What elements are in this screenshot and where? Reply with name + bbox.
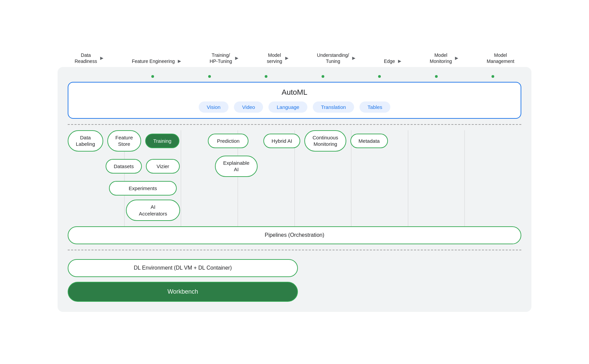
pill-training[interactable]: Training xyxy=(145,134,180,149)
dot-marker xyxy=(378,75,381,78)
dot-marker xyxy=(208,75,211,78)
automl-pills: Vision Video Language Translation Tables xyxy=(77,101,512,113)
col-marker-1 xyxy=(125,75,181,79)
step-label: DataReadiness xyxy=(74,52,97,64)
automl-pill-translation[interactable]: Translation xyxy=(313,101,354,113)
dot-marker xyxy=(265,75,267,78)
arrow-icon: ► xyxy=(397,58,402,64)
automl-pill-vision[interactable]: Vision xyxy=(199,101,229,113)
diagram-area: AutoML Vision Video Language Translation… xyxy=(58,67,531,312)
step-edge: Edge ► xyxy=(384,58,402,64)
bottom-section: DL Environment (DL VM + DL Container) Wo… xyxy=(68,256,521,302)
pill-datasets[interactable]: Datasets xyxy=(106,159,142,174)
col-marker-7 xyxy=(465,75,522,79)
main-content: DataLabeling FeatureStore Training Predi… xyxy=(68,130,521,244)
col-marker-5 xyxy=(351,75,408,79)
pill-ai-accelerators[interactable]: AIAccelerators xyxy=(126,200,180,221)
pill-data-labeling[interactable]: DataLabeling xyxy=(68,130,103,152)
dot-marker xyxy=(492,75,494,78)
dashed-divider-top xyxy=(68,124,521,125)
arrow-icon: ► xyxy=(177,58,182,64)
step-model-serving: Modelserving ► xyxy=(267,52,289,64)
arrow-icon: ► xyxy=(99,55,105,61)
pill-hybrid-ai[interactable]: Hybrid AI xyxy=(263,134,300,149)
col-markers xyxy=(68,75,521,82)
step-label: Understanding/Tuning xyxy=(317,52,349,64)
step-label: Training/HP-Tuning xyxy=(210,52,232,64)
dot-marker xyxy=(322,75,324,78)
step-model-monitoring: ModelMonitoring ► xyxy=(430,52,459,64)
diagram-wrapper: DataReadiness ► Feature Engineering ► Tr… xyxy=(58,52,531,312)
step-label: ModelManagement xyxy=(487,52,515,64)
pill-vizier[interactable]: Vizier xyxy=(146,159,180,174)
col-marker-3 xyxy=(238,75,295,79)
automl-pill-tables[interactable]: Tables xyxy=(359,101,390,113)
arrow-icon: ► xyxy=(351,55,356,61)
dashed-divider-bottom xyxy=(68,250,521,250)
pill-dl-environment[interactable]: DL Environment (DL VM + DL Container) xyxy=(68,259,298,277)
pill-metadata[interactable]: Metadata xyxy=(350,134,388,149)
automl-title: AutoML xyxy=(77,88,512,97)
pill-pipelines[interactable]: Pipelines (Orchestration) xyxy=(68,226,521,244)
step-training: Training/HP-Tuning ► xyxy=(210,52,239,64)
pill-experiments[interactable]: Experiments xyxy=(109,181,177,196)
pill-prediction[interactable]: Prediction xyxy=(208,134,248,149)
arrow-icon: ► xyxy=(454,55,459,61)
step-model-management: ModelManagement xyxy=(487,52,515,64)
pill-workbench[interactable]: Workbench xyxy=(68,282,298,302)
step-label: Feature Engineering xyxy=(132,58,175,64)
col-marker-6 xyxy=(408,75,465,79)
automl-pill-language[interactable]: Language xyxy=(268,101,307,113)
pill-explainable-ai[interactable]: ExplainableAI xyxy=(215,156,258,177)
step-label: Modelserving xyxy=(267,52,282,64)
step-understanding: Understanding/Tuning ► xyxy=(317,52,356,64)
col-marker-0 xyxy=(68,75,125,79)
step-label: Edge xyxy=(384,58,395,64)
step-data-readiness: DataReadiness ► xyxy=(74,52,104,64)
col-marker-2 xyxy=(181,75,238,79)
arrow-icon: ► xyxy=(234,55,240,61)
arrow-icon: ► xyxy=(284,55,290,61)
col-marker-4 xyxy=(294,75,351,79)
automl-box: AutoML Vision Video Language Translation… xyxy=(68,82,521,119)
pill-continuous-monitoring[interactable]: ContinuousMonitoring xyxy=(304,130,346,152)
step-feature-engineering: Feature Engineering ► xyxy=(132,58,182,64)
dot-marker xyxy=(151,75,154,78)
pill-feature-store[interactable]: FeatureStore xyxy=(107,130,141,152)
step-label: ModelMonitoring xyxy=(430,52,452,64)
automl-pill-video[interactable]: Video xyxy=(234,101,263,113)
top-labels-row: DataReadiness ► Feature Engineering ► Tr… xyxy=(58,52,531,67)
dot-marker xyxy=(435,75,438,78)
